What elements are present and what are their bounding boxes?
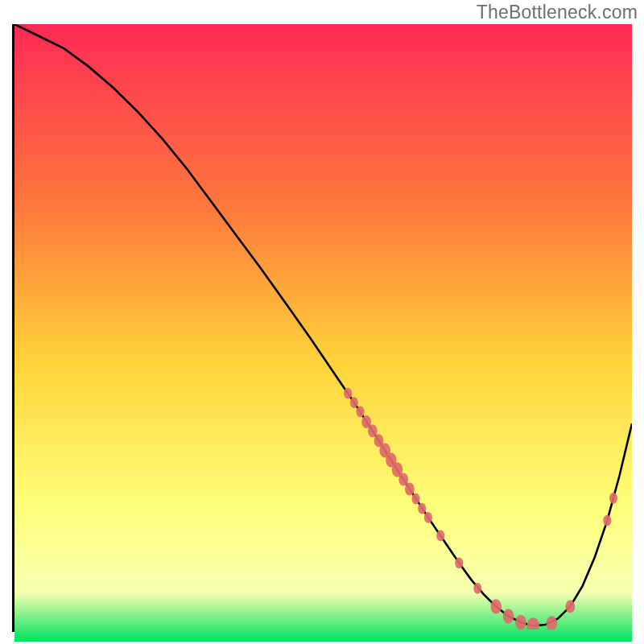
- scatter-point: [455, 557, 463, 568]
- scatter-point: [609, 493, 617, 504]
- scatter-point: [490, 599, 502, 613]
- scatter-point: [473, 583, 481, 594]
- scatter-point: [547, 616, 558, 630]
- scatter-point: [565, 600, 575, 613]
- scatter-point: [344, 388, 352, 399]
- scatter-point: [503, 609, 514, 623]
- scatter-point: [603, 515, 611, 526]
- scatter-point: [436, 530, 444, 542]
- scatter-point: [424, 512, 432, 523]
- scatter-point: [418, 503, 426, 514]
- scatter-points-group: [344, 388, 617, 630]
- scatter-point: [356, 406, 364, 417]
- scatter-point: [405, 483, 415, 496]
- plot-frame: [12, 24, 632, 632]
- chart-container: TheBottleneck.com: [0, 0, 644, 644]
- scatter-point: [411, 493, 419, 505]
- watermark-text: TheBottleneck.com: [477, 2, 638, 23]
- scatter-point: [350, 397, 358, 408]
- scatter-points-layer: [14, 24, 632, 630]
- scatter-point: [527, 617, 539, 630]
- scatter-point: [515, 615, 526, 630]
